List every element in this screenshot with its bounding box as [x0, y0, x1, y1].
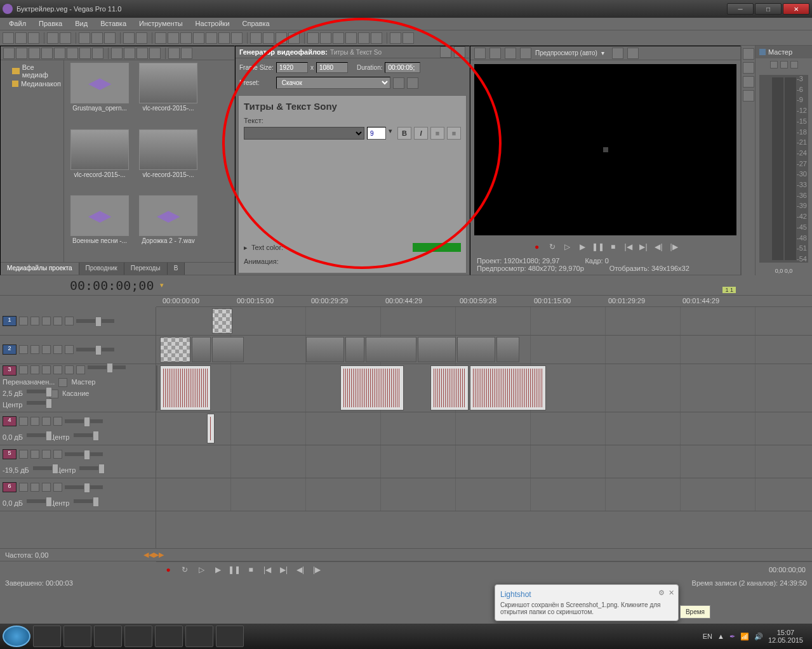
vt-goto-start-icon[interactable]: [743, 48, 754, 60]
lightshot-close-icon[interactable]: ✕: [669, 589, 674, 597]
media-getcamera-icon[interactable]: [41, 48, 53, 59]
media-search-icon[interactable]: [181, 48, 192, 59]
tab-project-media[interactable]: Медиафайлы проекта: [1, 263, 79, 275]
tray-lang[interactable]: EN: [703, 633, 712, 640]
track-solo-icon[interactable]: [30, 483, 39, 492]
duration-input[interactable]: [385, 62, 420, 73]
track-header-5[interactable]: 5 -19,5 дБ Центр: [0, 445, 156, 478]
menu-view[interactable]: Вид: [69, 18, 94, 30]
timeline-next-frame-button[interactable]: |▶: [311, 564, 323, 575]
preset-select[interactable]: Скачок: [276, 77, 390, 89]
tab-transitions[interactable]: Переходы: [124, 263, 168, 275]
track-lane-5[interactable]: [156, 445, 812, 478]
menu-file[interactable]: Файл: [3, 18, 32, 30]
media-import-icon[interactable]: [16, 48, 27, 59]
media-audio-icon[interactable]: [54, 48, 65, 59]
track-volume-slider[interactable]: [65, 419, 103, 423]
preview-mode-label[interactable]: Предпросмотр (авто): [535, 49, 597, 56]
track-fx-icon[interactable]: [53, 417, 62, 426]
track-arm-icon[interactable]: [19, 483, 28, 492]
media-item[interactable]: vlc-record-2015-...: [67, 129, 133, 187]
media-view-icon[interactable]: [111, 48, 123, 59]
track-volume-slider[interactable]: [88, 365, 126, 369]
system-tray[interactable]: EN ▲ ✒ 📶 🔊 15:07 12.05.2015: [696, 629, 809, 644]
lightshot-notification[interactable]: ⚙ ✕ Lightshot Скриншот сохранён в Screen…: [495, 584, 679, 621]
preview-overlay-icon[interactable]: [612, 48, 623, 59]
video-clip[interactable]: [306, 337, 344, 362]
lightshot-settings-icon[interactable]: ⚙: [658, 589, 665, 597]
track-mute-icon[interactable]: [30, 317, 39, 325]
video-clip[interactable]: [366, 337, 416, 362]
italic-button[interactable]: I: [414, 127, 428, 140]
track-solo-icon[interactable]: [30, 365, 39, 374]
preview-external-icon[interactable]: [489, 48, 501, 59]
font-size-input[interactable]: [367, 127, 386, 140]
media-replace-icon[interactable]: [92, 48, 103, 59]
toolbar-redo-icon[interactable]: [136, 32, 147, 44]
track-lane-2[interactable]: [156, 336, 812, 364]
video-clip[interactable]: [457, 337, 495, 362]
task-app3-icon[interactable]: [155, 626, 183, 647]
tab-explorer[interactable]: Проводник: [79, 263, 124, 275]
media-play-icon[interactable]: [136, 48, 148, 59]
audio-clip[interactable]: [340, 365, 404, 410]
media-media-icon[interactable]: [67, 48, 78, 59]
timeline-prev-frame-button[interactable]: ◀|: [295, 564, 306, 575]
start-button[interactable]: [3, 626, 30, 647]
toolbar-undo-icon[interactable]: [123, 32, 135, 44]
track-arm-icon[interactable]: [19, 417, 28, 426]
tray-time[interactable]: 15:07: [768, 629, 803, 636]
video-clip[interactable]: [212, 337, 244, 362]
timeline-play-start-button[interactable]: ▷: [196, 564, 207, 575]
toolbar-misc1-icon[interactable]: [307, 32, 319, 44]
align-center-icon[interactable]: ≡: [447, 127, 461, 140]
track-volume-slider[interactable]: [65, 452, 103, 456]
toolbar-ripple-icon[interactable]: [168, 32, 179, 44]
track-pan-slider[interactable]: [27, 390, 46, 393]
timeline-loop-button[interactable]: ↻: [179, 564, 190, 575]
toolbar-misc2-icon[interactable]: [320, 32, 331, 44]
media-tag-icon[interactable]: [168, 48, 180, 59]
media-capture-icon[interactable]: [29, 48, 40, 59]
align-left-icon[interactable]: ≡: [430, 127, 444, 140]
toolbar-misc4-icon[interactable]: [345, 32, 357, 44]
tray-network-icon[interactable]: 📶: [740, 633, 749, 641]
delete-preset-icon[interactable]: [407, 77, 418, 89]
generator-list-icon[interactable]: [454, 46, 465, 58]
menu-settings[interactable]: Настройки: [189, 18, 236, 30]
region-marker[interactable]: 1 1: [722, 287, 736, 293]
track-solo-icon[interactable]: [30, 450, 39, 459]
track-header-2[interactable]: 2: [0, 336, 156, 364]
toolbar-paste-icon[interactable]: [104, 32, 116, 44]
toolbar-info-icon[interactable]: [403, 32, 414, 44]
track-mute-icon[interactable]: [42, 450, 51, 459]
audio-clip[interactable]: [207, 414, 215, 443]
toolbar-cut-icon[interactable]: [79, 32, 90, 44]
task-chrome-icon[interactable]: [124, 626, 152, 647]
media-item[interactable]: vlc-record-2015-...: [135, 63, 201, 120]
preview-copy-icon[interactable]: [627, 48, 639, 59]
master-auto-icon[interactable]: [790, 61, 798, 69]
tab-more[interactable]: В: [168, 263, 185, 275]
media-tree[interactable]: Все медиаф Медианакоп: [1, 60, 64, 262]
toolbar-lock-icon[interactable]: [231, 32, 243, 44]
track-lane-1[interactable]: [156, 307, 812, 336]
tray-lightshot-icon[interactable]: ✒: [729, 633, 735, 641]
preview-split-icon[interactable]: [474, 48, 486, 59]
master-fx-icon[interactable]: [770, 61, 778, 69]
toolbar-edit-icon[interactable]: [250, 32, 262, 44]
media-stop-icon[interactable]: [149, 48, 161, 59]
media-remove-icon[interactable]: [79, 48, 91, 59]
play-start-button[interactable]: ▷: [562, 241, 573, 252]
track-arm-icon[interactable]: [19, 450, 28, 459]
toolbar-zoom-icon[interactable]: [288, 32, 300, 44]
track-fx-icon[interactable]: [42, 345, 51, 354]
generator-mode-icon[interactable]: [440, 46, 451, 58]
toolbar-render-icon[interactable]: [47, 32, 58, 44]
track-center-slider[interactable]: [27, 401, 52, 405]
track-opacity-slider[interactable]: [76, 348, 114, 351]
track-mute-icon[interactable]: [42, 483, 51, 492]
media-item[interactable]: ◀▶Военные песни -...: [67, 195, 133, 252]
menu-edit[interactable]: Правка: [32, 18, 69, 30]
track-fx-icon[interactable]: [53, 450, 62, 459]
